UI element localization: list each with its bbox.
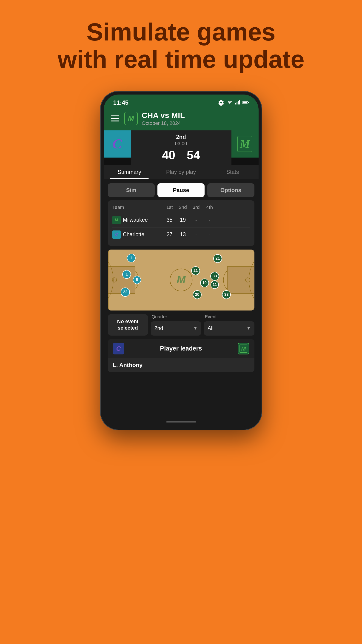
header-info: CHA vs MIL October 18, 2024 <box>142 111 185 126</box>
score-table-header: Team 1st 2nd 3rd 4th <box>112 204 250 213</box>
main-content: Sim Pause Options Team 1st 2nd 3rd 4th <box>104 179 259 418</box>
tab-play-by-play[interactable]: Play by play <box>155 165 207 179</box>
mil-team-logo: M <box>231 130 259 158</box>
player-name-text: L. Anthony <box>113 362 143 368</box>
time-display: 03:00 <box>175 141 187 146</box>
away-score: 40 <box>162 148 175 162</box>
filter-labels-row: Quarter Event <box>151 314 254 320</box>
signal-icon <box>235 100 240 105</box>
svg-rect-1 <box>237 102 237 104</box>
event-filter-bar: No event selected Quarter Event <box>108 314 254 336</box>
pause-button[interactable]: Pause <box>157 183 205 197</box>
headline-line2: with real time update <box>57 46 304 73</box>
status-icons <box>218 100 249 106</box>
player-5-mil: 11 <box>211 280 219 289</box>
quarter-label: Quarter <box>152 314 167 319</box>
quarter-select[interactable]: 2nd ▼ <box>151 321 201 336</box>
player-3-cha: 5 <box>133 276 141 284</box>
player-leaders-header: C Player leaders M <box>108 339 254 358</box>
player-leaders-title: Player leaders <box>160 345 202 352</box>
svg-rect-6 <box>248 102 249 103</box>
court: M 1 1 5 22 21 21 10 33 11 <box>108 250 254 310</box>
cha-team-logo: C <box>104 130 131 158</box>
player-3-mil: 10 <box>200 278 209 287</box>
player-2-mil: 21 <box>191 266 200 275</box>
no-event-text: No event selected <box>112 318 144 332</box>
player-4-mil: 33 <box>210 272 219 280</box>
player-2-cha: 1 <box>122 270 131 279</box>
hamburger-button[interactable] <box>110 114 120 122</box>
svg-rect-2 <box>238 101 239 105</box>
phone-wrapper: 11:45 <box>101 92 262 430</box>
svg-rect-5 <box>243 102 247 104</box>
home-bar <box>104 418 259 427</box>
wifi-icon <box>226 100 233 105</box>
scores-row: 40 54 <box>162 148 200 162</box>
header-title: CHA vs MIL <box>142 111 185 120</box>
tab-summary[interactable]: Summary <box>104 165 155 179</box>
header-team-logo: M <box>124 112 138 125</box>
phone-shell: 11:45 <box>101 92 262 430</box>
filter-dropdowns: Quarter Event 2nd ▼ <box>151 314 254 336</box>
no-event-box: No event selected <box>108 314 148 336</box>
tabs: Summary Play by play Stats <box>104 165 259 179</box>
event-chevron-icon: ▼ <box>247 326 251 331</box>
battery-icon <box>243 100 249 105</box>
player-1-mil: 21 <box>213 254 222 263</box>
player-name: L. Anthony <box>108 358 254 372</box>
cha-logo-leaders: C <box>113 343 124 354</box>
player-leaders-section: C Player leaders M L. Anthony <box>108 339 254 372</box>
mil-logo-leaders: M <box>238 343 249 354</box>
headline: Simulate games with real time update <box>57 18 304 73</box>
table-row: C Charlotte 27 13 - - <box>112 228 250 242</box>
sim-controls: Sim Pause Options <box>104 179 259 200</box>
player-1-cha: 1 <box>127 254 136 262</box>
svg-text:M: M <box>177 274 186 286</box>
player-6-mil: 20 <box>193 290 202 299</box>
score-center: 2nd 03:00 40 54 <box>131 130 231 165</box>
quarter-display: 2nd <box>176 134 186 140</box>
quarter-value: 2nd <box>154 325 163 332</box>
app-header: M CHA vs MIL October 18, 2024 <box>104 108 259 130</box>
home-indicator <box>166 421 196 422</box>
svg-rect-3 <box>239 100 240 104</box>
court-container: M 1 1 5 22 21 21 10 33 11 <box>108 250 254 310</box>
status-bar: 11:45 <box>104 94 259 108</box>
home-score: 54 <box>187 148 200 162</box>
filter-selects-row: 2nd ▼ All ▼ <box>151 321 254 336</box>
quarter-chevron-icon: ▼ <box>193 326 197 331</box>
svg-rect-0 <box>235 103 236 104</box>
tab-stats[interactable]: Stats <box>207 165 259 179</box>
player-4-cha: 22 <box>121 288 130 297</box>
score-section: C 2nd 03:00 40 54 M <box>104 130 259 165</box>
event-value: All <box>208 325 214 332</box>
score-table: Team 1st 2nd 3rd 4th M <box>108 200 254 246</box>
options-button[interactable]: Options <box>207 183 254 197</box>
phone-screen: 11:45 <box>104 94 259 427</box>
table-row: M Milwaukee 35 19 - - <box>112 213 250 228</box>
page-background: Simulate games with real time update 11:… <box>0 0 362 644</box>
header-date: October 18, 2024 <box>142 120 185 126</box>
event-select[interactable]: All ▼ <box>204 321 254 336</box>
status-time: 11:45 <box>113 99 129 106</box>
gear-icon <box>218 100 224 106</box>
headline-line1: Simulate games <box>57 18 304 46</box>
event-label: Event <box>205 314 217 319</box>
player-7-mil: 33 <box>222 290 231 299</box>
sim-button[interactable]: Sim <box>108 183 155 197</box>
